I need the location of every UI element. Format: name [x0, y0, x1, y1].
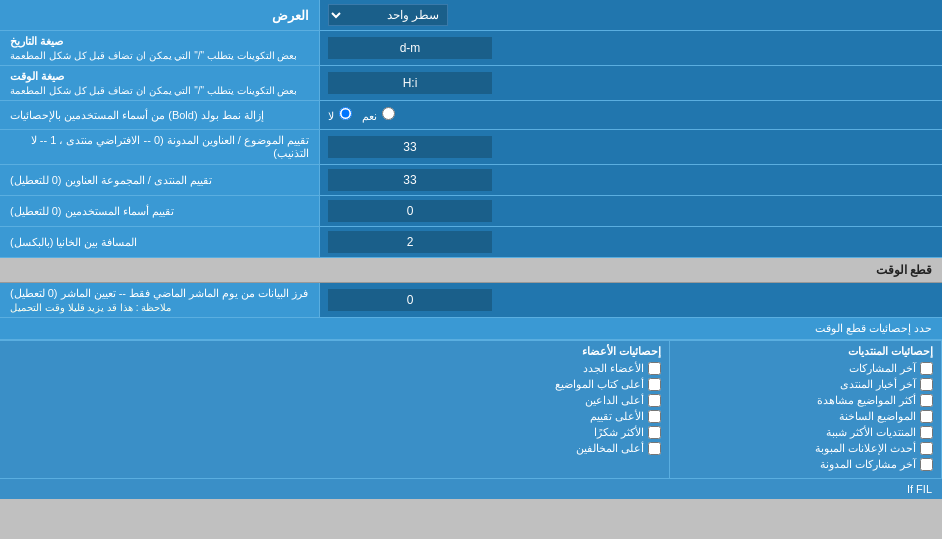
- cut-section-header: قطع الوقت: [0, 258, 942, 283]
- bold-remove-label: إزالة نمط بولد (Bold) من أسماء المستخدمي…: [0, 101, 320, 129]
- display-select[interactable]: سطر واحدسطرانثلاثة أسطر: [328, 4, 448, 26]
- checkbox-top-writers[interactable]: [648, 378, 661, 391]
- filter-label: فرز البيانات من يوم الماشر الماضي فقط --…: [0, 283, 320, 317]
- checkbox-section: إحصائيات المنتديات آخر المشاركات آخر أخب…: [0, 340, 942, 478]
- list-item: أعلى الداعين: [406, 394, 661, 407]
- checkbox-last-posts[interactable]: [920, 362, 933, 375]
- users-order-label: تقييم أسماء المستخدمين (0 للتعطيل): [0, 196, 320, 226]
- col1-header: إحصائيات المنتديات: [678, 345, 933, 358]
- list-item: أحدث الإعلانات المبوبة: [678, 442, 933, 455]
- forum-order-label: تقييم المنتدى / المجموعة العناوين (0 للت…: [0, 165, 320, 195]
- time-format-row: صيغة الوقت بعض التكوينات يتطلب "/" التي …: [0, 66, 942, 101]
- radio-no-label: لا: [328, 107, 354, 123]
- date-format-label: صيغة التاريخ بعض التكوينات يتطلب "/" الت…: [0, 31, 320, 65]
- topics-order-label: تقييم الموضوع / العناوين المدونة (0 -- ا…: [0, 130, 320, 164]
- list-item: آخر أخبار المنتدى: [678, 378, 933, 391]
- main-container: سطر واحدسطرانثلاثة أسطر العرض صيغة التار…: [0, 0, 942, 499]
- checkbox-blog-posts[interactable]: [920, 458, 933, 471]
- checkbox-top-rated[interactable]: [648, 410, 661, 423]
- limit-label: حدد إحصائيات قطع الوقت: [10, 322, 932, 335]
- date-format-input[interactable]: [328, 37, 492, 59]
- list-item: آخر مشاركات المدونة: [678, 458, 933, 471]
- filter-input-cell: [320, 283, 942, 317]
- topics-order-input[interactable]: [328, 136, 492, 158]
- radio-yes[interactable]: [382, 107, 395, 120]
- users-order-input-cell: [320, 196, 942, 226]
- header-left: سطر واحدسطرانثلاثة أسطر: [320, 0, 942, 30]
- checkbox-most-thanked[interactable]: [648, 426, 661, 439]
- checkbox-popular-forums[interactable]: [920, 426, 933, 439]
- date-format-input-cell: [320, 31, 942, 65]
- forum-order-row: تقييم المنتدى / المجموعة العناوين (0 للت…: [0, 165, 942, 196]
- time-format-input-cell: [320, 66, 942, 100]
- list-item: أكثر المواضيع مشاهدة: [678, 394, 933, 407]
- list-item: المنتديات الأكثر شببة: [678, 426, 933, 439]
- time-format-label: صيغة الوقت بعض التكوينات يتطلب "/" التي …: [0, 66, 320, 100]
- col2-header: إحصائيات الأعضاء: [406, 345, 661, 358]
- space-input-cell: [320, 227, 942, 257]
- checkbox-col-members: إحصائيات الأعضاء الأعضاء الجدد أعلى كتاب…: [398, 341, 670, 478]
- list-item: الأكثر شكرًا: [406, 426, 661, 439]
- bold-radio-group: نعم لا: [328, 107, 397, 123]
- list-item: الأعضاء الجدد: [406, 362, 661, 375]
- space-row: المسافة بين الخانيا (بالبكسل): [0, 227, 942, 258]
- forum-order-input[interactable]: [328, 169, 492, 191]
- space-label: المسافة بين الخانيا (بالبكسل): [0, 227, 320, 257]
- filter-input[interactable]: [328, 289, 492, 311]
- radio-no[interactable]: [339, 107, 352, 120]
- checkbox-top-violators[interactable]: [648, 442, 661, 455]
- filter-row: فرز البيانات من يوم الماشر الماضي فقط --…: [0, 283, 942, 318]
- checkbox-ads[interactable]: [920, 442, 933, 455]
- limit-row: حدد إحصائيات قطع الوقت: [0, 318, 942, 340]
- topics-order-input-cell: [320, 130, 942, 164]
- checkbox-top-inviters[interactable]: [648, 394, 661, 407]
- list-item: الأعلى تقييم: [406, 410, 661, 423]
- list-item: أعلى المخالفين: [406, 442, 661, 455]
- checkbox-col-forums: إحصائيات المنتديات آخر المشاركات آخر أخب…: [670, 341, 942, 478]
- checkbox-new-members[interactable]: [648, 362, 661, 375]
- list-item: أعلى كتاب المواضيع: [406, 378, 661, 391]
- date-format-row: صيغة التاريخ بعض التكوينات يتطلب "/" الت…: [0, 31, 942, 66]
- footer: If FIL: [0, 478, 942, 499]
- users-order-input[interactable]: [328, 200, 492, 222]
- header-row: سطر واحدسطرانثلاثة أسطر العرض: [0, 0, 942, 31]
- space-input[interactable]: [328, 231, 492, 253]
- radio-yes-label: نعم: [362, 107, 397, 123]
- forum-order-input-cell: [320, 165, 942, 195]
- checkbox-most-viewed[interactable]: [920, 394, 933, 407]
- page-title: العرض: [0, 0, 320, 30]
- checkbox-forum-news[interactable]: [920, 378, 933, 391]
- checkbox-hot-topics[interactable]: [920, 410, 933, 423]
- topics-order-row: تقييم الموضوع / العناوين المدونة (0 -- ا…: [0, 130, 942, 165]
- list-item: آخر المشاركات: [678, 362, 933, 375]
- bold-remove-row: نعم لا إزالة نمط بولد (Bold) من أسماء ال…: [0, 101, 942, 130]
- bold-radio-cell: نعم لا: [320, 101, 942, 129]
- checkbox-col-right: [0, 341, 398, 478]
- users-order-row: تقييم أسماء المستخدمين (0 للتعطيل): [0, 196, 942, 227]
- time-format-input[interactable]: [328, 72, 492, 94]
- list-item: المواضيع الساخنة: [678, 410, 933, 423]
